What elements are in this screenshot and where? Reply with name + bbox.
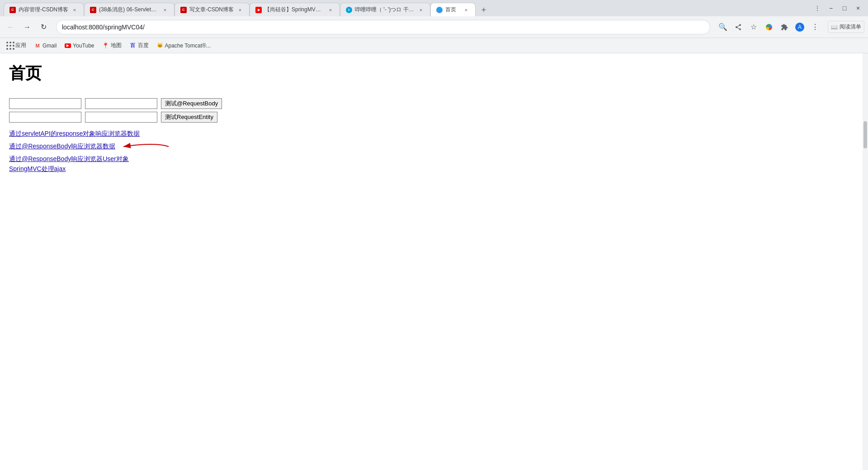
reading-list-icon: 📖: [831, 24, 838, 30]
share-button[interactable]: [731, 20, 745, 34]
tab-label-4: 【尚硅谷】SpringMVC教材...: [264, 6, 324, 14]
reload-button[interactable]: ↻: [36, 20, 51, 34]
minimize-button[interactable]: −: [825, 2, 837, 14]
bookmark-maps[interactable]: 📍 地图: [99, 40, 125, 51]
profile-button[interactable]: A: [793, 20, 807, 34]
form-row-1: 测试@RequestBody: [9, 98, 859, 109]
nav-right: 🔍 ☆ A ⋮: [716, 20, 822, 34]
tab-favicon-1: C: [9, 7, 16, 13]
tab-favicon-3: C: [180, 7, 187, 13]
scrollbar-thumb[interactable]: [863, 121, 867, 148]
link-1[interactable]: 通过servletAPI的response对象响应浏览器数据: [9, 130, 859, 138]
tab-label-6: 首页: [445, 6, 456, 14]
google-icon: [766, 24, 772, 30]
nav-bar: ← → ↻ localhost:8080/springMVC04/ 🔍 ☆: [0, 16, 868, 38]
bookmark-apps[interactable]: 应用: [4, 40, 30, 51]
link-2-row: 通过@ResponseBody响应浏览器数据: [9, 140, 859, 153]
gmail-icon: M: [34, 43, 41, 49]
tabs-area: C 内容管理-CSDN博客 × C (38条消息) 06-Servlet、H..…: [4, 0, 809, 16]
tab-4[interactable]: ▶ 【尚硅谷】SpringMVC教材... ×: [250, 3, 340, 16]
tab-label-3: 写文章-CSDN博客: [189, 6, 234, 14]
profile-avatar: A: [795, 23, 804, 32]
bookmark-baidu-label: 百度: [138, 42, 149, 49]
input-row2-col2[interactable]: [85, 112, 157, 123]
menu-button[interactable]: ⋮: [808, 20, 822, 34]
reading-list-button[interactable]: 📖 阅读清单: [828, 21, 864, 33]
link-3[interactable]: 通过@ResponseBody响应浏览器User对象: [9, 155, 859, 163]
form-section: 测试@RequestBody 测试RequestEntity: [9, 98, 859, 123]
request-entity-button[interactable]: 测试RequestEntity: [161, 112, 217, 123]
extensions-button[interactable]: [777, 20, 792, 34]
arrow-annotation: [119, 140, 173, 153]
page-content: 首页 测试@RequestBody 测试RequestEntity 通过serv…: [0, 53, 868, 461]
request-body-button[interactable]: 测试@RequestBody: [161, 98, 222, 109]
tab-6[interactable]: 🌐 首页 ×: [430, 3, 476, 16]
tomcat-icon: 🐱: [157, 43, 163, 49]
tab-2[interactable]: C (38条消息) 06-Servlet、H... ×: [84, 3, 175, 16]
input-row1-col2[interactable]: [85, 98, 157, 109]
tab-close-5[interactable]: ×: [417, 6, 425, 14]
tab-close-3[interactable]: ×: [236, 6, 244, 14]
tab-favicon-2: C: [90, 7, 96, 13]
tab-3[interactable]: C 写文章-CSDN博客 ×: [175, 3, 250, 16]
browser-window: C 内容管理-CSDN博客 × C (38条消息) 06-Servlet、H..…: [0, 0, 868, 470]
title-bar: C 内容管理-CSDN博客 × C (38条消息) 06-Servlet、H..…: [0, 0, 868, 16]
tab-strip-button[interactable]: ⋮: [811, 2, 824, 14]
close-button[interactable]: ×: [852, 2, 864, 14]
tab-favicon-4: ▶: [255, 7, 262, 13]
back-button[interactable]: ←: [4, 20, 18, 34]
address-text: localhost:8080/springMVC04/: [62, 24, 145, 31]
input-row2-col1[interactable]: [9, 112, 81, 123]
baidu-icon: 百: [130, 43, 136, 49]
link-2[interactable]: 通过@ResponseBody响应浏览器数据: [9, 142, 115, 151]
new-tab-button[interactable]: +: [477, 4, 490, 16]
youtube-icon: ▶: [65, 43, 71, 48]
apps-icon: [7, 43, 14, 49]
search-button[interactable]: 🔍: [716, 20, 730, 34]
tab-close-6[interactable]: ×: [462, 6, 470, 14]
input-row1-col1[interactable]: [9, 98, 81, 109]
bookmark-youtube-label: YouTube: [73, 43, 94, 49]
bookmark-gmail[interactable]: M Gmail: [31, 41, 60, 51]
tab-close-4[interactable]: ×: [327, 6, 334, 14]
forward-button[interactable]: →: [20, 20, 34, 34]
maps-icon: 📍: [103, 43, 109, 49]
address-bar[interactable]: localhost:8080/springMVC04/: [56, 20, 710, 34]
link-4[interactable]: SpringMVC处理ajax: [9, 165, 859, 173]
form-row-2: 测试RequestEntity: [9, 112, 859, 123]
tab-label-5: 哔哩哔哩（ '- ')つロ 干杯...: [355, 6, 415, 14]
tab-1[interactable]: C 内容管理-CSDN博客 ×: [4, 3, 84, 16]
bookmarks-bar: 应用 M Gmail ▶ YouTube 📍 地图 百 百度 🐱 Apache …: [0, 38, 868, 53]
scrollbar-track[interactable]: [863, 53, 868, 470]
bookmark-button[interactable]: ☆: [746, 20, 761, 34]
tab-close-2[interactable]: ×: [161, 6, 169, 14]
tab-label-1: 内容管理-CSDN博客: [19, 6, 68, 14]
google-account-button[interactable]: [762, 20, 776, 34]
tab-close-1[interactable]: ×: [71, 6, 78, 14]
page-title: 首页: [9, 62, 859, 85]
reading-list-label: 阅读清单: [840, 23, 861, 31]
bookmark-maps-label: 地图: [111, 42, 122, 49]
tab-label-2: (38条消息) 06-Servlet、H...: [99, 6, 159, 14]
tab-5[interactable]: b 哔哩哔哩（ '- ')つロ 干杯... ×: [340, 3, 430, 16]
tab-favicon-6: 🌐: [436, 7, 443, 13]
bookmark-tomcat[interactable]: 🐱 Apache Tomcat®...: [153, 41, 214, 51]
tab-favicon-5: b: [346, 7, 352, 13]
bookmark-youtube[interactable]: ▶ YouTube: [61, 41, 98, 51]
red-arrow-svg: [119, 140, 173, 153]
restore-button[interactable]: □: [838, 2, 851, 14]
bookmark-tomcat-label: Apache Tomcat®...: [165, 43, 211, 49]
bookmark-gmail-label: Gmail: [42, 43, 57, 49]
links-section: 通过servletAPI的response对象响应浏览器数据 通过@Respon…: [9, 130, 859, 173]
bookmark-baidu[interactable]: 百 百度: [126, 40, 152, 51]
bookmark-apps-label: 应用: [15, 42, 26, 49]
